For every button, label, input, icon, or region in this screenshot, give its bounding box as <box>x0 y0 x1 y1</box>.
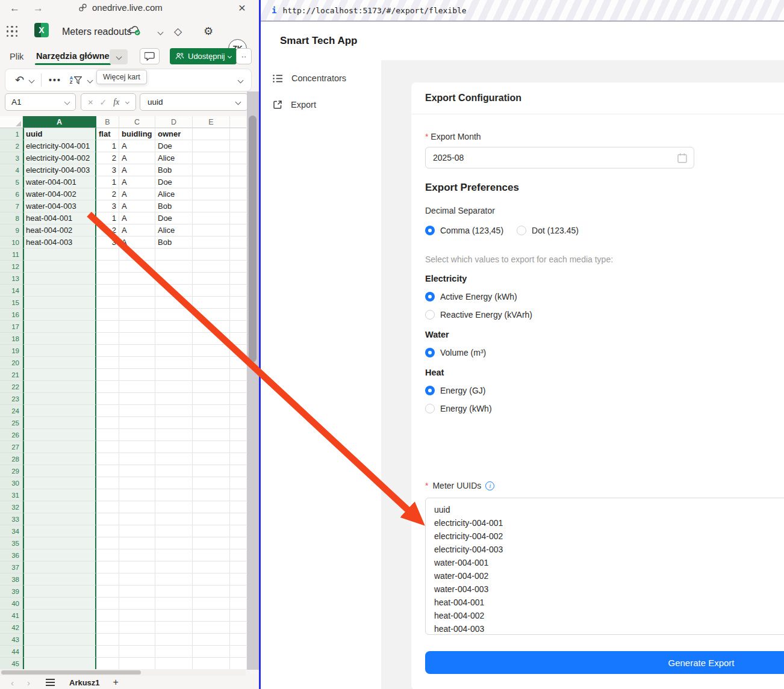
grid-cell[interactable] <box>230 393 246 405</box>
column-header[interactable]: A <box>23 116 96 128</box>
row-number[interactable]: 5 <box>0 176 23 188</box>
grid-cell[interactable] <box>119 273 155 285</box>
grid-cell[interactable] <box>193 188 230 200</box>
export-month-input[interactable]: 2025-08 <box>425 147 694 168</box>
grid-cell[interactable] <box>193 249 230 261</box>
radio-option[interactable]: Comma (123,45) <box>425 226 503 235</box>
sheet-next-icon[interactable]: › <box>27 678 30 688</box>
grid-cell[interactable] <box>155 489 193 501</box>
grid-cell[interactable] <box>193 573 230 585</box>
grid-cell[interactable] <box>96 610 119 622</box>
grid-cell[interactable] <box>23 489 96 501</box>
grid-cell[interactable] <box>230 501 246 513</box>
grid-cell[interactable]: electricity-004-002 <box>23 152 96 164</box>
grid-cell[interactable] <box>155 405 193 417</box>
share-button[interactable]: Udostępnij <box>170 48 237 64</box>
grid-cell[interactable]: electricity-004-001 <box>23 140 96 152</box>
grid-cell[interactable]: uuid <box>23 128 96 140</box>
grid-cell[interactable]: 2 <box>96 152 119 164</box>
row-number[interactable]: 10 <box>0 236 23 249</box>
grid-cell[interactable] <box>193 285 230 297</box>
column-header[interactable]: E <box>193 116 230 128</box>
grid-cell[interactable] <box>23 646 96 658</box>
grid-cell[interactable] <box>155 381 193 393</box>
row-number[interactable]: 9 <box>0 224 23 236</box>
grid-cell[interactable] <box>155 573 193 585</box>
grid-cell[interactable] <box>119 441 155 453</box>
grid-cell[interactable]: Doe <box>155 212 193 224</box>
horizontal-scrollbar-thumb[interactable] <box>1 670 141 675</box>
vertical-scrollbar-thumb[interactable] <box>249 116 257 362</box>
row-number[interactable]: 41 <box>0 610 23 622</box>
grid-cell[interactable] <box>23 453 96 465</box>
grid-cell[interactable] <box>96 309 119 321</box>
meter-uuids-textarea[interactable]: uuid electricity-004-001 electricity-004… <box>425 498 784 635</box>
grid-cell[interactable] <box>155 658 193 670</box>
grid-cell[interactable] <box>230 333 246 345</box>
filter-funnel-icon[interactable] <box>74 76 82 84</box>
row-number[interactable]: 25 <box>0 417 23 429</box>
grid-cell[interactable] <box>155 273 193 285</box>
radio-icon[interactable] <box>425 226 435 235</box>
grid-cell[interactable] <box>119 309 155 321</box>
grid-cell[interactable] <box>193 477 230 489</box>
sheet-prev-icon[interactable]: ‹ <box>11 678 14 688</box>
grid-cell[interactable] <box>96 501 119 513</box>
premium-diamond-icon[interactable]: ◇ <box>174 25 182 38</box>
grid-cell[interactable] <box>119 489 155 501</box>
radio-option[interactable]: Energy (GJ) <box>425 386 702 395</box>
grid-cell[interactable] <box>230 610 246 622</box>
grid-cell[interactable] <box>193 658 230 670</box>
column-header[interactable]: B <box>96 116 119 128</box>
grid-cell[interactable] <box>23 513 96 525</box>
tab-home[interactable]: Narzędzia główne <box>36 51 110 61</box>
grid-cell[interactable] <box>193 297 230 309</box>
grid-cell[interactable]: A <box>119 164 155 176</box>
grid-cell[interactable] <box>155 309 193 321</box>
grid-cell[interactable] <box>193 261 230 273</box>
radio-icon[interactable] <box>425 386 435 395</box>
more-commands-button[interactable]: ·· <box>236 48 252 64</box>
grid-cell[interactable] <box>193 200 230 212</box>
grid-cell[interactable]: Bob <box>155 200 193 212</box>
undo-chevron-icon[interactable] <box>29 77 35 83</box>
fx-icon[interactable]: fx <box>113 97 119 107</box>
sort-chevron-icon[interactable] <box>87 77 93 83</box>
grid-cell[interactable] <box>230 152 246 164</box>
grid-cell[interactable] <box>230 249 246 261</box>
grid-cell[interactable] <box>119 261 155 273</box>
grid-cell[interactable] <box>155 393 193 405</box>
grid-cell[interactable] <box>193 405 230 417</box>
grid-cell[interactable] <box>193 489 230 501</box>
grid-cell[interactable] <box>96 465 119 477</box>
grid-cell[interactable] <box>155 297 193 309</box>
grid-cell[interactable] <box>230 140 246 152</box>
grid-cell[interactable] <box>193 176 230 188</box>
grid-cell[interactable] <box>23 585 96 598</box>
row-number[interactable]: 15 <box>0 297 23 309</box>
grid-cell[interactable] <box>119 297 155 309</box>
grid-cell[interactable] <box>119 658 155 670</box>
grid-cell[interactable] <box>230 200 246 212</box>
grid-cell[interactable] <box>230 513 246 525</box>
grid-cell[interactable] <box>193 224 230 236</box>
grid-cell[interactable] <box>230 658 246 670</box>
grid-cell[interactable] <box>230 285 246 297</box>
grid-cell[interactable] <box>230 585 246 598</box>
grid-cell[interactable] <box>119 285 155 297</box>
grid-cell[interactable] <box>230 321 246 333</box>
grid-cell[interactable] <box>23 658 96 670</box>
row-number[interactable]: 36 <box>0 549 23 561</box>
grid-cell[interactable]: heat-004-001 <box>23 212 96 224</box>
grid-cell[interactable] <box>119 513 155 525</box>
grid-cell[interactable] <box>155 465 193 477</box>
document-title[interactable]: Meters readouts <box>62 26 132 37</box>
formula-input[interactable]: uuid <box>140 93 248 111</box>
row-number[interactable]: 40 <box>0 598 23 610</box>
row-number[interactable]: 14 <box>0 285 23 297</box>
grid-cell[interactable] <box>193 598 230 610</box>
grid-cell[interactable] <box>155 525 193 537</box>
grid-cell[interactable]: water-004-003 <box>23 200 96 212</box>
grid-cell[interactable] <box>119 573 155 585</box>
row-number[interactable]: 29 <box>0 465 23 477</box>
